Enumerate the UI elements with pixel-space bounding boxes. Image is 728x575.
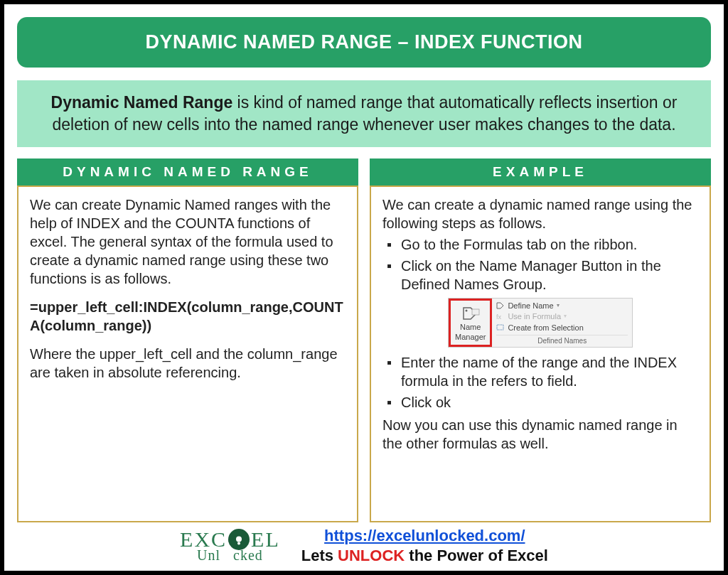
define-name-option: Define Name ▾	[496, 301, 628, 311]
formula-text: =upper_left_cell:INDEX(column_range,COUN…	[30, 298, 346, 335]
right-column-header: EXAMPLE	[370, 158, 711, 186]
left-column-header: DYNAMIC NAMED RANGE	[17, 158, 358, 186]
create-from-selection-label: Create from Selection	[508, 323, 583, 333]
svg-text:fx: fx	[496, 313, 502, 321]
name-manager-label-1: Name	[460, 322, 481, 332]
lock-icon	[228, 529, 250, 550]
list-item: Enter the name of the range and the INDE…	[387, 353, 698, 390]
left-column: DYNAMIC NAMED RANGE We can create Dynami…	[17, 158, 358, 522]
name-manager-label-2: Manager	[455, 332, 486, 342]
left-intro-text: We can create Dynamic Named ranges with …	[30, 195, 346, 288]
ribbon-screenshot: Name Manager Define Name ▾ fx Use in For…	[448, 298, 633, 348]
svg-rect-1	[472, 309, 479, 315]
list-item: Go to the Formulas tab on the ribbon.	[387, 235, 698, 254]
columns-container: DYNAMIC NAMED RANGE We can create Dynami…	[17, 158, 711, 522]
create-from-selection-option: Create from Selection	[496, 323, 628, 333]
steps-list-a: Go to the Formulas tab on the ribbon. Cl…	[382, 235, 698, 294]
tag-icon	[496, 302, 505, 309]
ribbon-options: Define Name ▾ fx Use in Formula ▾ Create…	[492, 299, 632, 347]
right-intro-text: We can create a dynamic named range usin…	[382, 195, 698, 232]
website-link[interactable]: https://excelunlocked.com/	[324, 527, 525, 544]
right-column: EXAMPLE We can create a dynamic named ra…	[370, 158, 711, 522]
tagline-pre: Lets	[301, 547, 338, 564]
definition-box: Dynamic Named Range is kind of named ran…	[17, 80, 711, 147]
right-column-body: We can create a dynamic named range usin…	[370, 186, 711, 522]
chevron-down-icon: ▾	[564, 313, 567, 320]
tagline: Lets UNLOCK the Power of Excel	[301, 547, 548, 565]
define-name-label: Define Name	[508, 301, 553, 311]
steps-list-b: Enter the name of the range and the INDE…	[382, 353, 698, 412]
ribbon-group-label: Defined Names	[496, 335, 628, 345]
svg-point-0	[465, 309, 467, 311]
tagline-unlock: UNLOCK	[338, 547, 405, 564]
left-footnote-text: Where the upper_left_cell and the column…	[30, 345, 346, 382]
use-in-formula-label: Use in Formula	[508, 311, 561, 321]
list-item: Click ok	[387, 393, 698, 412]
svg-rect-3	[497, 325, 503, 330]
tag-icon	[461, 305, 481, 322]
brand-top-text: EXCEL	[180, 529, 280, 550]
chevron-down-icon: ▾	[557, 302, 560, 309]
page-title: DYNAMIC NAMED RANGE – INDEX FUNCTION	[17, 17, 711, 68]
footer-text-block: https://excelunlocked.com/ Lets UNLOCK t…	[301, 527, 548, 565]
list-item: Click on the Name Manager Button in the …	[387, 257, 698, 294]
tagline-post: the Power of Excel	[405, 547, 548, 564]
brand-logo: EXCEL Unlcked	[180, 529, 280, 564]
left-column-body: We can create Dynamic Named ranges with …	[17, 186, 358, 522]
selection-icon	[496, 324, 505, 331]
use-in-formula-option: fx Use in Formula ▾	[496, 311, 628, 321]
formula-icon: fx	[496, 313, 505, 321]
name-manager-button: Name Manager	[449, 299, 492, 347]
footer: EXCEL Unlcked https://excelunlocked.com/…	[17, 527, 711, 565]
right-outro-text: Now you can use this dynamic named range…	[382, 416, 698, 453]
definition-bold: Dynamic Named Range	[51, 93, 233, 112]
